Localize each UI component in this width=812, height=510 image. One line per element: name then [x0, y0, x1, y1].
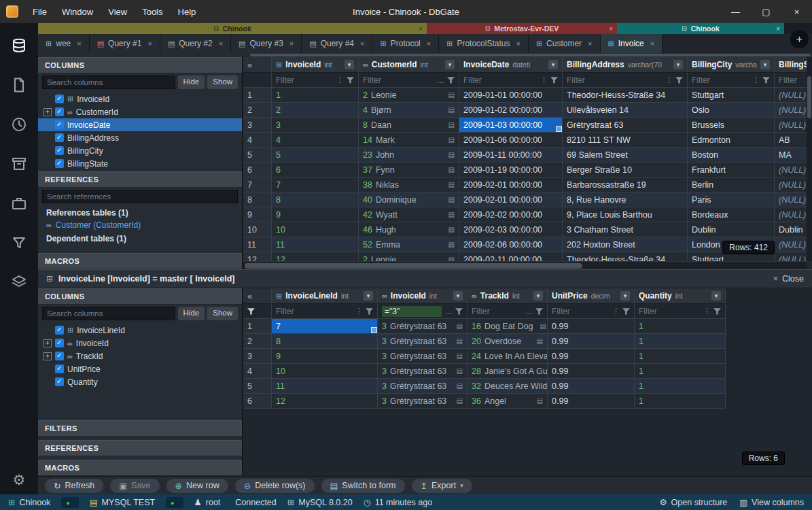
invoicelineid-cell[interactable]: 10	[272, 364, 378, 379]
open-reference-icon[interactable]: ▤	[448, 181, 455, 188]
toolbar-button[interactable]: Switch to form ▾	[321, 479, 405, 493]
invoiceid-filter[interactable]: Filter⋮	[272, 73, 359, 88]
open-reference-icon[interactable]: ▤	[448, 211, 455, 218]
filter-options-icon[interactable]: …	[525, 307, 533, 316]
invoiceid-filter[interactable]: ="3"…	[378, 304, 467, 319]
tab[interactable]: ProtocolStatus ×	[439, 34, 529, 53]
references-section-header[interactable]: REFERENCES	[38, 171, 242, 188]
customerid-filter[interactable]: Filter…	[359, 73, 459, 88]
history-icon[interactable]	[10, 116, 28, 133]
open-reference-icon[interactable]: ▤	[457, 382, 463, 390]
menu-item[interactable]: Help	[171, 1, 204, 22]
column-checkbox[interactable]	[55, 95, 64, 103]
invoiceid-cell[interactable]: 3Grétrystraat 63▤	[378, 394, 467, 409]
table-row[interactable]: 5 11 3Grétrystraat 63▤ 32Deuces Are Wild…	[243, 379, 726, 394]
customerid-cell[interactable]: 37Fynn▤	[359, 163, 459, 177]
invoiceid-cell[interactable]: 6	[272, 163, 359, 177]
expand-icon[interactable]: +	[43, 339, 52, 347]
customerid-cell[interactable]: 40Dominique▤	[359, 192, 459, 207]
table-row[interactable]: 8 8 40Dominique▤ 2009-02-01 00:00:00 8, …	[243, 192, 812, 207]
open-reference-icon[interactable]: ▤	[457, 367, 463, 375]
filter-menu-icon[interactable]: ⋮	[355, 307, 363, 316]
new-tab-button[interactable]: +	[790, 30, 809, 48]
funnel-icon[interactable]	[713, 307, 721, 315]
close-tab-icon[interactable]: ×	[360, 39, 364, 48]
column-checkbox[interactable]	[55, 352, 64, 360]
filter-icon[interactable]	[10, 234, 28, 252]
quantity-cell[interactable]: 1	[635, 319, 726, 334]
macros-section-header[interactable]: MACROS	[38, 460, 242, 476]
column-dropdown-button[interactable]: ▾	[533, 291, 543, 301]
toolbar-button[interactable]: New row ▾	[166, 479, 228, 493]
column-dropdown-button[interactable]: ▾	[364, 291, 373, 301]
column-checkbox[interactable]	[55, 326, 64, 335]
column-header-quantity[interactable]: Quantityint▾	[635, 288, 726, 304]
column-tree-item[interactable]: + BillingState	[38, 157, 242, 170]
billingcity-cell[interactable]: Berlin	[688, 177, 775, 192]
tab[interactable]: Query #1 ×	[90, 34, 160, 53]
filter-menu-icon[interactable]: ⋮	[336, 75, 344, 84]
billingaddress-cell[interactable]: Grétrystraat 63	[563, 118, 688, 133]
open-reference-icon[interactable]: ▤	[448, 121, 455, 129]
search-columns-input[interactable]: Search columns	[42, 307, 175, 320]
table-row[interactable]: 6 6 37Fynn▤ 2009-01-19 00:00:00 Berger S…	[243, 163, 812, 177]
column-checkbox[interactable]	[55, 159, 64, 168]
billingaddress-cell[interactable]: Barbarossastraße 19	[563, 177, 688, 192]
close-tab-icon[interactable]: ×	[650, 39, 654, 48]
trackid-cell[interactable]: 32Deuces Are Wild▤	[467, 379, 548, 394]
open-reference-icon[interactable]: ▤	[537, 397, 543, 405]
billingaddress-cell[interactable]: 202 Hoxton Street	[563, 237, 688, 252]
column-tree-item[interactable]: + BillingCity	[38, 144, 242, 157]
status-item[interactable]: Connected	[231, 497, 276, 508]
customerid-cell[interactable]: 4Bjørn▤	[359, 103, 459, 118]
menu-item[interactable]: View	[101, 1, 135, 22]
invoiceid-cell[interactable]: 3Grétrystraat 63▤	[378, 379, 467, 394]
column-header-invoicedate[interactable]: InvoiceDatedateti▾	[459, 57, 563, 73]
funnel-icon[interactable]	[622, 307, 630, 315]
column-tree-item[interactable]: + Quantity	[38, 375, 242, 388]
invoiceid-cell[interactable]: 9	[272, 207, 359, 222]
close-group-icon[interactable]: ×	[419, 25, 423, 33]
menu-item[interactable]: Window	[54, 1, 101, 22]
column-checkbox[interactable]	[55, 120, 64, 129]
files-icon[interactable]	[10, 76, 28, 94]
trackid-cell[interactable]: 20Overdose▤	[467, 334, 548, 349]
show-button[interactable]: Show	[207, 307, 238, 320]
tab[interactable]: wee ×	[38, 34, 90, 53]
columns-section-header[interactable]: COLUMNS	[38, 57, 242, 73]
filter-menu-icon[interactable]: ⋮	[540, 75, 548, 84]
column-dropdown-button[interactable]: ▾	[453, 291, 463, 301]
unitprice-cell[interactable]: 0.99	[548, 394, 635, 409]
table-row[interactable]: 2 8 3Grétrystraat 63▤ 20Overdose▤ 0.99 1	[243, 334, 726, 349]
open-reference-icon[interactable]: ▤	[448, 166, 455, 173]
open-reference-icon[interactable]: ▤	[457, 397, 463, 405]
customerid-cell[interactable]: 23John▤	[359, 148, 459, 163]
filter-menu-icon[interactable]: ⋮	[612, 307, 620, 316]
billingaddress-cell[interactable]: Ullevålsveien 14	[563, 103, 688, 118]
filter-options-icon[interactable]: …	[445, 307, 453, 316]
column-tree-item[interactable]: + TrackId	[38, 350, 242, 362]
column-header-customerid[interactable]: CustomerIdint▾	[359, 57, 459, 73]
trackid-cell[interactable]: 16Dog Eat Dog▤	[467, 319, 548, 334]
open-reference-icon[interactable]: ▤	[448, 256, 455, 261]
briefcase-icon[interactable]	[10, 194, 28, 212]
columns-section-header[interactable]: COLUMNS	[38, 288, 242, 305]
vertical-scrollbar[interactable]	[807, 57, 812, 261]
trackid-cell[interactable]: 36Angel▤	[467, 394, 548, 409]
menu-item[interactable]: Tools	[135, 1, 170, 22]
billingcity-cell[interactable]: Boston	[688, 148, 775, 163]
unitprice-cell[interactable]: 0.99	[548, 334, 635, 349]
funnel-icon[interactable]	[347, 76, 354, 84]
table-row[interactable]: 4 10 3Grétrystraat 63▤ 28Janie's Got A G…	[243, 364, 726, 379]
status-item[interactable]: MySQL 8.0.20	[287, 497, 353, 508]
status-item[interactable]: MYSQL TEST	[90, 497, 155, 508]
invoiceid-cell[interactable]: 3	[272, 118, 359, 133]
customerid-cell[interactable]: 52Emma▤	[359, 237, 459, 252]
customerid-cell[interactable]: 42Wyatt▤	[359, 207, 459, 222]
invoicelineid-cell[interactable]: 11	[272, 379, 378, 394]
search-references-input[interactable]: Search references	[42, 190, 238, 203]
funnel-icon[interactable]	[455, 307, 463, 315]
invoicedate-cell[interactable]: 2009-02-02 00:00:00	[459, 207, 563, 222]
table-row[interactable]: 7 7 38Niklas▤ 2009-02-01 00:00:00 Barbar…	[243, 177, 812, 192]
invoicedate-cell[interactable]: 2009-01-02 00:00:00	[459, 103, 563, 118]
